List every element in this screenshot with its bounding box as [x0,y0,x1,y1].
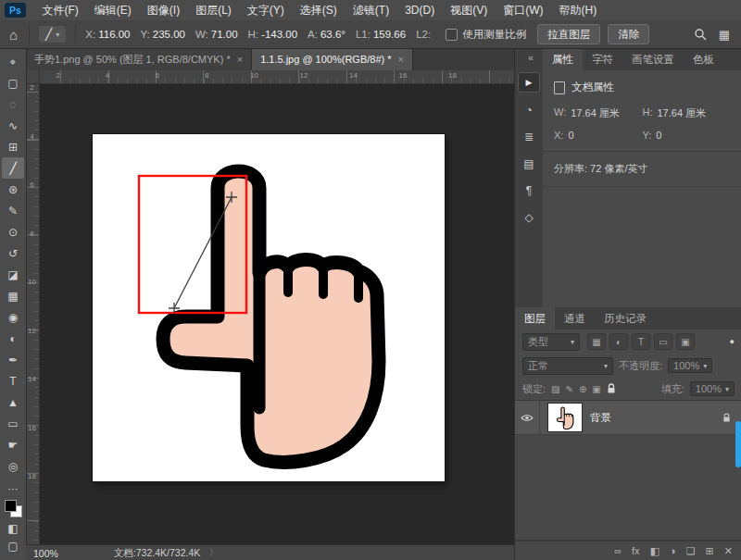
doc-width-value[interactable]: 17.64 厘米 [571,106,620,120]
doc-y-value[interactable]: 0 [656,130,661,141]
menu-item[interactable]: 帮助(H) [551,0,605,20]
layer-visibility-toggle[interactable] [515,401,540,434]
fill-field[interactable]: 100% ▾ [690,381,735,396]
tab-close-icon[interactable]: × [237,54,243,65]
quick-mask-icon[interactable]: ◧ [7,522,18,535]
measure-field[interactable]: L1: 159.66 [356,29,406,40]
lock-transparent-icon[interactable]: ▨ [551,384,559,394]
scrollbar-thumb[interactable] [735,421,741,467]
foreground-color-swatch[interactable] [5,500,17,512]
menu-item[interactable]: 文件(F) [34,0,86,20]
menu-item[interactable]: 滤镜(T) [345,0,396,20]
layer-row-background[interactable]: 背景 [515,401,741,435]
menu-item[interactable]: 窗口(W) [496,0,551,20]
menu-item[interactable]: 选择(S) [292,0,345,20]
panel-tab[interactable]: 历史记录 [595,307,656,330]
delete-layer-icon[interactable]: ✕ [724,545,733,557]
history-brush-tool[interactable]: ↺ [2,243,24,264]
clear-button[interactable]: 清除 [608,24,649,44]
play-panel-icon[interactable]: ▶ [518,72,540,93]
measure-field[interactable]: A: 63.6° [308,29,345,40]
panel-tab[interactable]: 色板 [684,48,723,70]
home-icon[interactable]: ⌂ [9,27,18,43]
workspace-switcher-icon[interactable]: ▦ [719,28,730,42]
color-swatches[interactable] [5,500,22,517]
dodge-tool[interactable]: ◐ [2,328,24,349]
zoom-tool[interactable]: ◎ [2,455,24,477]
use-measure-scale-checkbox[interactable]: 使用测量比例 [446,28,526,42]
edit-toolbar-icon[interactable]: ⋯ [8,483,19,495]
menu-item[interactable]: 图像(I) [139,0,187,20]
filter-toggle-icon[interactable]: ● [730,337,735,346]
layer-name[interactable]: 背景 [590,411,611,425]
menu-item[interactable]: 视图(V) [443,0,496,20]
search-icon[interactable] [694,28,707,41]
status-options-chevron-icon[interactable]: 〉 [209,547,218,559]
adjustments-icon[interactable]: ≣ [519,128,539,146]
canvas-area[interactable]: 24681012141618 24681012141618 [26,70,514,544]
adjustment-layer-icon[interactable]: ◑ [670,545,676,556]
libraries-icon[interactable]: ◔ [519,101,539,119]
ruler-tool[interactable]: ╱ [2,157,24,179]
filter-adjustment-icon[interactable]: ◐ [609,333,628,350]
screen-mode-icon[interactable]: ▢ [7,540,18,553]
blur-tool[interactable]: ◉ [2,306,24,328]
panel-tab[interactable]: 通道 [555,307,595,330]
blend-mode-select[interactable]: 正常 ▾ [522,357,613,375]
filter-pixel-icon[interactable]: ▦ [587,333,606,350]
lock-pixels-icon[interactable]: ✎ [566,384,573,394]
horizontal-ruler[interactable]: 24681012141618 [39,70,514,84]
hand-tool[interactable]: ☛ [2,434,24,455]
clone-stamp-tool[interactable]: ⊙ [2,221,24,243]
new-layer-icon[interactable]: ⊞ [706,545,714,557]
move-tool[interactable]: ⌖ [2,51,24,72]
marquee-tool[interactable]: ▢ [2,72,24,93]
panel-tab[interactable]: 画笔设置 [622,48,684,70]
type-tool[interactable]: T [2,370,24,392]
document-tab[interactable]: 手势1.png @ 50% (图层 1, RGB/8/CMYK) * × [26,48,252,70]
paragraph-icon[interactable]: ¶ [519,181,539,200]
expand-panels-icon[interactable]: « [521,52,541,64]
vertical-ruler[interactable]: 24681012141618 [26,83,40,544]
layer-thumbnail[interactable] [548,404,582,431]
layer-effects-icon[interactable]: fx [632,545,640,556]
doc-x-value[interactable]: 0 [568,130,573,141]
doc-height-value[interactable]: 17.64 厘米 [658,106,707,120]
eraser-tool[interactable]: ◪ [2,264,24,285]
straighten-layer-button[interactable]: 拉直图层 [537,24,600,44]
checkbox-icon[interactable] [446,29,458,41]
pen-tool[interactable]: ✒ [2,349,24,370]
filter-type-select[interactable]: 类型 ▾ [522,333,580,351]
tool-preset-picker[interactable]: ╱ ▾ [39,26,66,43]
styles-icon[interactable]: ▤ [519,155,539,173]
filter-shape-icon[interactable]: ▭ [654,333,672,350]
measure-field[interactable]: H: -143.00 [248,29,298,40]
3d-icon[interactable]: ◇ [519,208,539,227]
tab-close-icon[interactable]: × [398,54,404,65]
filter-smart-icon[interactable]: ▣ [676,333,695,350]
measure-field[interactable]: X: 116.00 [85,29,130,40]
artboard[interactable] [93,134,445,481]
menu-item[interactable]: 文字(Y) [239,0,292,20]
crop-tool[interactable]: ⊞ [2,136,24,157]
brush-tool[interactable]: ✎ [2,200,24,221]
gradient-tool[interactable]: ▦ [2,285,24,306]
lasso-tool[interactable]: ◌ [2,93,24,115]
lock-all-icon[interactable] [607,383,616,394]
path-selection-tool[interactable]: ▲ [2,392,24,413]
menu-item[interactable]: 3D(D) [397,0,443,20]
layer-group-icon[interactable]: ❏ [686,545,696,557]
measure-field[interactable]: Y: 235.00 [141,29,185,40]
healing-brush-tool[interactable]: ⊛ [2,179,24,200]
zoom-level-field[interactable]: 100% [33,548,58,559]
panel-tab[interactable]: 属性 [543,48,583,70]
measure-field[interactable]: W: 71.00 [195,29,238,40]
lock-position-icon[interactable]: ⊕ [579,384,586,394]
shape-tool[interactable]: ▭ [2,413,24,434]
menu-item[interactable]: 图层(L) [188,0,240,20]
opacity-field[interactable]: 100% ▾ [668,358,712,373]
document-tab[interactable]: 1.1.5.jpg @ 100%(RGB/8#) * × [252,48,413,70]
ruler-origin-corner[interactable] [26,70,40,84]
link-layers-icon[interactable]: ∞ [614,545,622,556]
panel-tab[interactable]: 图层 [515,307,555,330]
